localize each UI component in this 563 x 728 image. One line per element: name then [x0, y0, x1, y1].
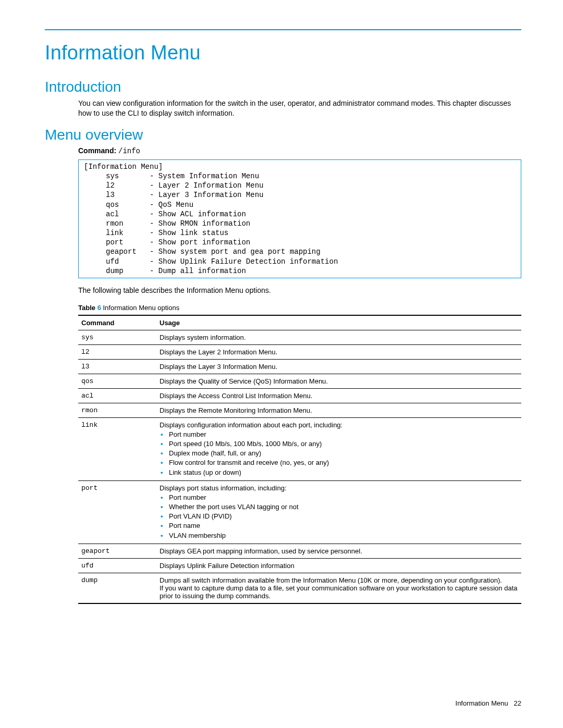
table-cell-command: geaport: [78, 544, 156, 558]
footer-page: 22: [514, 699, 521, 707]
terminal-output: [Information Menu] sys - System Informat…: [78, 159, 521, 278]
introduction-text: You can view configuration information f…: [78, 98, 521, 118]
table-row: ufdDisplays Uplink Failure Detection inf…: [78, 558, 521, 573]
list-item: Port number: [169, 493, 518, 502]
page-title: Information Menu: [45, 42, 521, 64]
footer-label: Information Menu: [456, 699, 508, 707]
command-line: Command: /info: [78, 146, 521, 155]
list-item: Link status (up or down): [169, 468, 518, 477]
list-item: VLAN membership: [169, 531, 518, 540]
options-table: Command Usage sysDisplays system informa…: [78, 315, 521, 604]
table-cell-usage: Displays the Quality of Service (QoS) In…: [156, 374, 521, 388]
table-row: sysDisplays system information.: [78, 330, 521, 344]
table-cell-command: rmon: [78, 403, 156, 417]
table-cell-command: l3: [78, 359, 156, 374]
table-caption: Table 6 Information Menu options: [78, 304, 521, 312]
table-cell-usage: Dumps all switch information available f…: [156, 573, 521, 603]
table-intro-text: The following table describes the Inform…: [78, 286, 521, 295]
table-row: l2Displays the Layer 2 Information Menu.: [78, 344, 521, 359]
list-item: Port VLAN ID (PVID): [169, 512, 518, 521]
table-cell-command: acl: [78, 388, 156, 403]
table-row: geaportDisplays GEA port mapping informa…: [78, 544, 521, 558]
table-row: rmonDisplays the Remote Monitoring Infor…: [78, 403, 521, 417]
list-item: Port number: [169, 430, 518, 439]
caption-text: Information Menu options: [103, 304, 179, 312]
table-cell-command: qos: [78, 374, 156, 388]
table-header-command: Command: [78, 315, 156, 330]
page-footer: Information Menu 22: [456, 699, 521, 707]
table-cell-usage: Displays the Access Control List Informa…: [156, 388, 521, 403]
table-cell-command: l2: [78, 344, 156, 359]
table-header-usage: Usage: [156, 315, 521, 330]
table-cell-usage: Displays Uplink Failure Detection inform…: [156, 558, 521, 573]
usage-bullets: Port numberPort speed (10 Mb/s, 100 Mb/s…: [160, 430, 518, 477]
table-cell-usage: Displays GEA port mapping information, u…: [156, 544, 521, 558]
list-item: Duplex mode (half, full, or any): [169, 449, 518, 458]
table-row: dumpDumps all switch information availab…: [78, 573, 521, 603]
command-label: Command:: [78, 146, 116, 155]
list-item: Whether the port uses VLAN tagging or no…: [169, 502, 518, 512]
caption-prefix: Table: [78, 304, 95, 312]
command-value: /info: [118, 147, 140, 155]
table-cell-command: ufd: [78, 558, 156, 573]
table-row: l3Displays the Layer 3 Information Menu.: [78, 359, 521, 374]
list-item: Port name: [169, 521, 518, 530]
top-rule: [45, 29, 521, 30]
introduction-heading: Introduction: [45, 79, 521, 95]
table-cell-command: dump: [78, 573, 156, 603]
table-row: portDisplays port status information, in…: [78, 480, 521, 544]
table-cell-usage: Displays port status information, includ…: [156, 480, 521, 544]
usage-bullets: Port numberWhether the port uses VLAN ta…: [160, 493, 518, 540]
usage-intro: Displays port status information, includ…: [160, 484, 518, 492]
table-cell-command: port: [78, 480, 156, 544]
list-item: Flow control for transmit and receive (n…: [169, 458, 518, 467]
table-cell-usage: Displays the Layer 2 Information Menu.: [156, 344, 521, 359]
caption-num: 6: [97, 304, 101, 312]
table-row: linkDisplays configuration information a…: [78, 417, 521, 480]
table-cell-usage: Displays the Remote Monitoring Informati…: [156, 403, 521, 417]
table-row: qosDisplays the Quality of Service (QoS)…: [78, 374, 521, 388]
usage-intro: Displays configuration information about…: [160, 421, 518, 429]
table-cell-command: link: [78, 417, 156, 480]
table-cell-usage: Displays configuration information about…: [156, 417, 521, 480]
table-cell-usage: Displays system information.: [156, 330, 521, 344]
list-item: Port speed (10 Mb/s, 100 Mb/s, 1000 Mb/s…: [169, 439, 518, 449]
overview-heading: Menu overview: [45, 127, 521, 143]
table-row: aclDisplays the Access Control List Info…: [78, 388, 521, 403]
table-cell-command: sys: [78, 330, 156, 344]
table-cell-usage: Displays the Layer 3 Information Menu.: [156, 359, 521, 374]
